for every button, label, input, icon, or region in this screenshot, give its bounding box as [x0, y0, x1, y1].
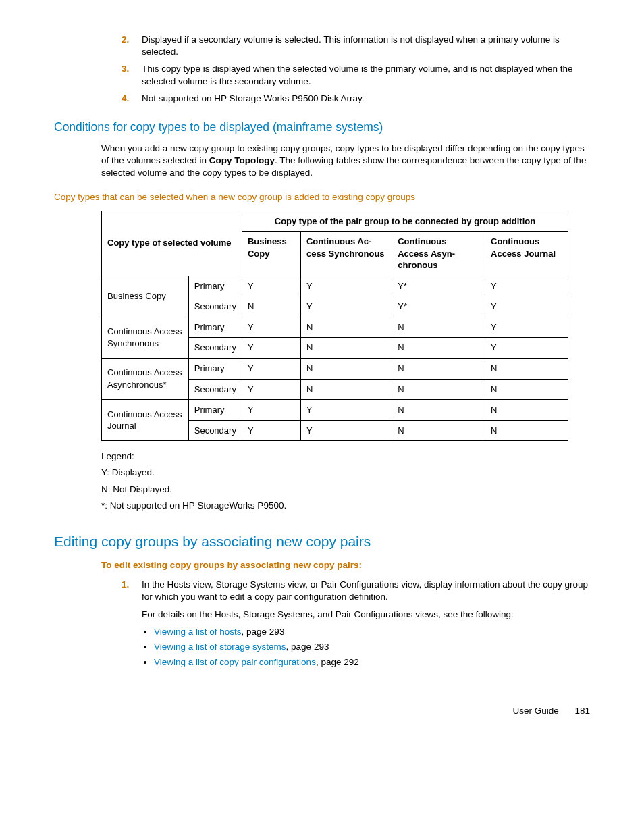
row-subkey: Primary — [188, 400, 242, 421]
legend-heading: Legend: — [101, 450, 590, 463]
step-number: 1. — [122, 579, 142, 671]
cell-value: N — [392, 358, 485, 379]
cross-reference-link[interactable]: Viewing a list of copy pair configuratio… — [154, 657, 316, 667]
row-label: Continuous Ac­cess Synchron­ous — [102, 317, 189, 358]
row-label: Continuous Ac­cess Asynchron­ous* — [102, 358, 189, 399]
item-number: 4. — [122, 93, 142, 105]
cell-value: N — [392, 317, 485, 338]
legend-star: *: Not supported on HP StorageWorks P950… — [101, 500, 590, 512]
cell-value: N — [242, 296, 300, 317]
cell-value: Y — [485, 317, 568, 338]
item-number: 2. — [122, 34, 142, 58]
row-label: Business Copy — [102, 276, 189, 317]
table-row: Continuous Ac­cess Asynchron­ous*Primary… — [102, 358, 568, 379]
cell-value: Y — [485, 296, 568, 317]
cell-value: N — [392, 379, 485, 400]
cell-value: N — [485, 400, 568, 421]
numbered-item: 3.This copy type is displayed when the s… — [122, 63, 590, 87]
cell-value: N — [485, 358, 568, 379]
cell-value: N — [300, 379, 392, 400]
item-text: Displayed if a secondary volume is selec… — [142, 34, 590, 58]
cell-value: Y — [242, 317, 300, 338]
cell-value: Y — [242, 358, 300, 379]
row-subkey: Secondary — [188, 379, 242, 400]
cell-value: Y — [242, 379, 300, 400]
table-row: Continuous Ac­cess JournalPrimaryYYNN — [102, 400, 568, 421]
step-subpara: For details on the Hosts, Storage System… — [142, 608, 590, 621]
item-text: This copy type is displayed when the sel… — [142, 63, 590, 87]
table-caption: Copy types that can be selected when a n… — [54, 191, 590, 203]
link-suffix: , page 293 — [242, 627, 285, 637]
row-subkey: Primary — [188, 317, 242, 338]
column-header: Continuous Ac­cess Synchron­ous — [300, 232, 392, 276]
cell-value: Y — [300, 296, 392, 317]
bold-copy-topology: Copy Topology — [209, 155, 275, 165]
list-item: Viewing a list of storage systems, page … — [154, 641, 590, 653]
section-heading-conditions: Conditions for copy types to be displaye… — [54, 120, 590, 136]
cell-value: Y — [242, 420, 300, 441]
footer-page-number: 181 — [574, 706, 590, 716]
row-subkey: Primary — [188, 276, 242, 296]
cell-value: N — [300, 317, 392, 338]
numbered-list-continued: 2.Displayed if a secondary volume is sel… — [54, 34, 590, 105]
cell-value: N — [300, 358, 392, 379]
cell-value: Y — [242, 400, 300, 421]
row-subkey: Secondary — [188, 420, 242, 441]
cell-value: N — [485, 420, 568, 441]
numbered-item: 2.Displayed if a secondary volume is sel… — [122, 34, 590, 58]
link-suffix: , page 293 — [286, 642, 329, 652]
step-text: In the Hosts view, Storage Systems view,… — [142, 579, 588, 602]
list-item: Viewing a list of copy pair configuratio… — [154, 656, 590, 669]
row-subkey: Secondary — [188, 296, 242, 317]
table-row: Business CopyPrimaryYYY*Y — [102, 276, 568, 296]
procedure-step-1: 1. In the Hosts view, Storage Systems vi… — [122, 579, 590, 671]
numbered-item: 4.Not supported on HP Storage Works P950… — [122, 93, 590, 105]
page-footer: User Guide 181 — [54, 705, 590, 717]
row-subkey: Secondary — [188, 338, 242, 359]
footer-label: User Guide — [512, 706, 558, 716]
section-intro-paragraph: When you add a new copy group to existin… — [101, 142, 590, 180]
procedure-heading: To edit existing copy groups by associat… — [101, 559, 590, 571]
cell-value: Y — [300, 420, 392, 441]
cell-value: N — [392, 400, 485, 421]
link-suffix: , page 292 — [316, 657, 359, 667]
link-bullet-list: Viewing a list of hosts, page 293Viewing… — [142, 626, 590, 669]
item-text: Not supported on HP Storage Works P9500 … — [142, 93, 590, 105]
cell-value: N — [392, 420, 485, 441]
legend-y: Y: Displayed. — [101, 467, 590, 479]
cell-value: Y — [242, 276, 300, 296]
cell-value: Y* — [392, 276, 485, 296]
col-header-span: Copy type of the pair group to be connec… — [242, 211, 568, 232]
legend-n: N: Not Displayed. — [101, 484, 590, 496]
cross-reference-link[interactable]: Viewing a list of hosts — [154, 627, 242, 637]
section-heading-editing: Editing copy groups by associating new c… — [54, 532, 590, 551]
cell-value: N — [300, 338, 392, 359]
cell-value: Y — [300, 400, 392, 421]
row-subkey: Primary — [188, 358, 242, 379]
cross-reference-link[interactable]: Viewing a list of storage systems — [154, 642, 286, 652]
column-header: Business Copy — [242, 232, 300, 276]
table-row: Continuous Ac­cess Synchron­ousPrimaryYN… — [102, 317, 568, 338]
column-header: Continuous Access Asyn­chronous — [392, 232, 485, 276]
row-label: Continuous Ac­cess Journal — [102, 400, 189, 441]
procedure-steps: 1. In the Hosts view, Storage Systems vi… — [54, 579, 590, 671]
cell-value: N — [485, 379, 568, 400]
cell-value: Y — [300, 276, 392, 296]
step-body: In the Hosts view, Storage Systems view,… — [142, 579, 590, 671]
cell-value: Y — [485, 276, 568, 296]
row-header-span: Copy type of selected volume — [102, 211, 242, 276]
copy-types-table: Copy type of selected volumeCopy type of… — [101, 211, 568, 442]
list-item: Viewing a list of hosts, page 293 — [154, 626, 590, 638]
cell-value: Y — [242, 338, 300, 359]
cell-value: Y* — [392, 296, 485, 317]
cell-value: N — [392, 338, 485, 359]
column-header: Continuous Access Journ­al — [485, 232, 568, 276]
cell-value: Y — [485, 338, 568, 359]
item-number: 3. — [122, 63, 142, 87]
